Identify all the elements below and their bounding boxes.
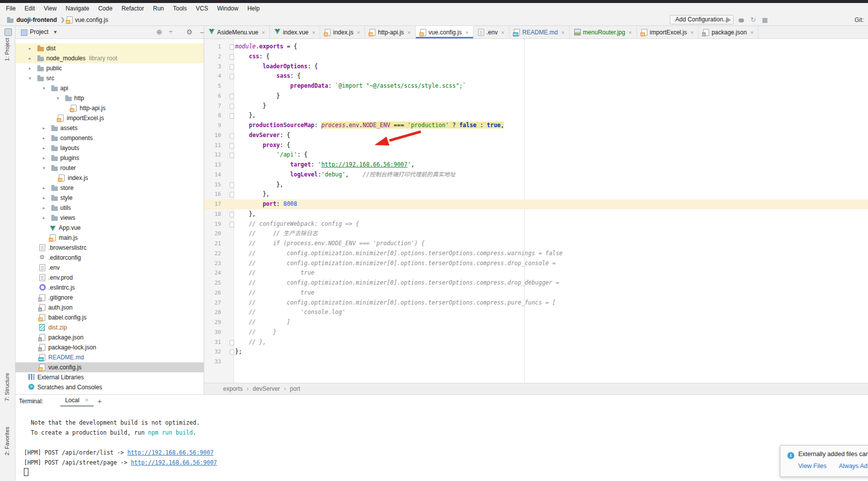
tree-item-dist[interactable]: ▸dist (15, 43, 204, 53)
tree-item-env-prod[interactable]: .env.prod (15, 273, 204, 283)
code-line-28[interactable]: 28 // 'console.log' (204, 308, 868, 318)
tree-item-package-lock-json[interactable]: {}package-lock.json (15, 342, 204, 352)
code-line-14[interactable]: 14 logLevel:'debug', //控制台终端打印代理前的真实地址 (204, 170, 868, 180)
code-line-16[interactable]: 16 }, (204, 189, 868, 199)
tree-item-assets[interactable]: ▸assets (15, 123, 204, 133)
locate-file-icon[interactable]: ⊕ (156, 28, 162, 36)
tab-menurouter-jpg[interactable]: menuRouter.jpg× (570, 26, 637, 38)
breadcrumb-project[interactable]: duoji-frontend (16, 16, 57, 23)
code-line-7[interactable]: 7 } (204, 101, 868, 111)
close-icon[interactable]: × (262, 29, 265, 35)
chevron-right-icon[interactable]: ▸ (43, 193, 45, 203)
fold-marker[interactable] (230, 153, 234, 158)
menu-file[interactable]: File (1, 5, 20, 12)
tree-item-env[interactable]: .env (15, 263, 204, 273)
menu-view[interactable]: View (39, 5, 61, 12)
chevron-down-icon[interactable]: ▾ (54, 28, 57, 35)
chevron-right-icon[interactable]: ▸ (43, 153, 45, 163)
code-line-1[interactable]: 1module.exports = { (204, 42, 868, 52)
close-icon[interactable]: × (750, 29, 753, 35)
tree-item-readme-md[interactable]: MDREADME.md (15, 352, 204, 362)
tree-item-index-js[interactable]: JSindex.js (15, 173, 204, 183)
refresh-icon[interactable]: ↻ (750, 16, 756, 23)
stripe-favorites-label[interactable]: 2: Favorites (4, 427, 10, 455)
tree-item-http[interactable]: ▾http (15, 93, 204, 103)
tree-item-src[interactable]: ▾src (15, 73, 204, 83)
chevron-right-icon[interactable]: ▸ (43, 213, 45, 223)
git-label[interactable]: Git: (855, 16, 864, 23)
view-files-link[interactable]: View Files (798, 463, 827, 470)
project-panel-title[interactable]: Project (30, 28, 48, 35)
fold-marker[interactable] (230, 143, 234, 149)
chevron-right-icon[interactable]: ▸ (29, 43, 31, 53)
terminal-link[interactable]: http://192.168.66.56:9007 (127, 449, 214, 456)
close-icon[interactable]: × (465, 29, 468, 35)
fold-marker[interactable] (230, 104, 234, 109)
menu-code[interactable]: Code (94, 5, 117, 12)
tab-readme-md[interactable]: MDREADME.md× (509, 26, 570, 38)
terminal-link[interactable]: http://192.168.66.56:9007 (131, 459, 217, 466)
tree-item-api[interactable]: ▾api (15, 83, 204, 93)
breadcrumb-file[interactable]: vue.config.js (75, 16, 109, 23)
run-icon[interactable] (726, 17, 731, 23)
terminal-output[interactable]: Note that the development build is not o… (15, 408, 868, 481)
code-line-23[interactable]: 23 // config.optimization.minimizer[0].o… (204, 259, 868, 269)
fold-marker[interactable] (230, 133, 234, 139)
fold-marker[interactable] (230, 192, 234, 197)
tree-item-views[interactable]: ▸views (15, 213, 204, 223)
stripe-structure-label[interactable]: 7: Structure (4, 373, 10, 401)
code-line-6[interactable]: 6 } (204, 91, 868, 101)
tab-vue-config-js[interactable]: JSvue.config.js× (416, 26, 474, 38)
code-line-33[interactable]: 33 (204, 357, 868, 367)
debug-icon[interactable] (739, 18, 744, 22)
menu-edit[interactable]: Edit (20, 5, 39, 12)
chevron-down-icon[interactable]: ▾ (57, 93, 59, 103)
tab-env[interactable]: .env× (474, 26, 509, 38)
chevron-right-icon[interactable]: ▸ (43, 203, 45, 213)
tree-item-auth-json[interactable]: {}auth.json (15, 303, 204, 313)
chevron-right-icon[interactable]: ▸ (43, 133, 45, 143)
code-line-27[interactable]: 27 // config.optimization.minimizer[0].o… (204, 298, 868, 308)
fold-marker[interactable] (230, 349, 234, 355)
close-icon[interactable]: × (407, 29, 410, 35)
fold-marker[interactable] (230, 113, 234, 119)
tree-item-app-vue[interactable]: App.vue (15, 223, 204, 233)
code-line-24[interactable]: 24 // true (204, 268, 868, 278)
tree-item-eslintrc-js[interactable]: .eslintrc.js (15, 283, 204, 293)
tree-item-node-modules[interactable]: ▸node_moduleslibrary root (15, 53, 204, 63)
fold-marker[interactable] (230, 340, 234, 345)
fold-marker[interactable] (230, 94, 234, 99)
tab-importexcel-js[interactable]: JSimportExcel.js× (637, 26, 699, 38)
tree-item-layouts[interactable]: ▸layouts (15, 143, 204, 153)
code-editor[interactable]: 1module.exports = {2 css: {3 loaderOptio… (204, 39, 868, 383)
code-line-8[interactable]: 8 }, (204, 111, 868, 121)
tree-item-vue-config-js[interactable]: JSvue.config.js (15, 362, 204, 372)
stop-icon[interactable] (762, 18, 767, 23)
tree-item-utils[interactable]: ▸utils (15, 203, 204, 213)
menu-window[interactable]: Window (213, 5, 243, 12)
code-line-21[interactable]: 21 // if (process.env.NODE_ENV === 'prod… (204, 239, 868, 249)
chevron-down-icon[interactable]: ▾ (29, 73, 31, 83)
tree-item-babel-config-js[interactable]: JSbabel.config.js (15, 313, 204, 322)
code-line-26[interactable]: 26 // true (204, 288, 868, 298)
chevron-right-icon[interactable]: ▸ (29, 53, 31, 63)
tree-item-http-api-js[interactable]: JShttp-api.js (15, 103, 204, 113)
editor-breadcrumb-exports[interactable]: exports (223, 385, 243, 392)
tree-item-external-libraries[interactable]: External Libraries (15, 372, 204, 382)
code-line-12[interactable]: 12 '/api': { (204, 150, 868, 160)
tab-index-js[interactable]: JSindex.js× (320, 26, 365, 38)
tab-asidemenu-vue[interactable]: AsideMenu.vue× (204, 26, 270, 38)
code-line-20[interactable]: 20 // // 生产去除日志 (204, 229, 868, 239)
menu-run[interactable]: Run (148, 5, 168, 12)
menu-refactor[interactable]: Refactor (117, 5, 148, 12)
tree-item-dist-zip[interactable]: dist.zip (15, 322, 204, 332)
chevron-down-icon[interactable]: ▾ (43, 163, 45, 173)
fold-marker[interactable] (230, 182, 234, 188)
fold-marker[interactable] (230, 74, 234, 79)
fold-marker[interactable] (230, 44, 234, 50)
project-tool-window-icon[interactable] (4, 28, 12, 36)
fold-marker[interactable] (230, 222, 234, 227)
tree-item-router[interactable]: ▾router (15, 163, 204, 173)
fold-marker[interactable] (230, 64, 234, 70)
tab-http-api-js[interactable]: JShttp-api.js× (365, 26, 415, 38)
